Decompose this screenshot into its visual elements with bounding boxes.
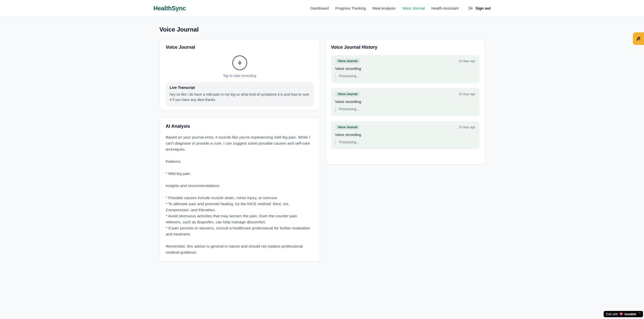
entry-timestamp: 15 days ago — [459, 92, 475, 96]
nav-item-health-assistant[interactable]: Health Assistant — [431, 6, 459, 10]
lovable-badge-brand: lovable — [625, 312, 636, 316]
entry-timestamp: 15 days ago — [459, 125, 475, 129]
page-title: Voice Journal — [159, 26, 485, 33]
brand-logo[interactable]: HealthSync — [153, 5, 186, 12]
entry-status: Processing... — [335, 106, 475, 112]
entry-status: Processing... — [335, 73, 475, 79]
lovable-close-icon[interactable]: × — [639, 311, 640, 314]
entry-label: Voice recording — [335, 132, 475, 137]
live-transcript-box: Live Transcript hey so like I do have a … — [166, 82, 314, 106]
record-button[interactable] — [232, 56, 247, 70]
ai-analysis-card: AI Analysis Based on your journal entry,… — [159, 118, 320, 262]
recorder-area: Tap to start recording — [166, 56, 314, 78]
nav-item-voice-journal[interactable]: Voice Journal — [402, 6, 425, 10]
history-entry-header: Voice Journal 15 days ago — [335, 59, 475, 64]
history-entry[interactable]: Voice Journal 15 days ago Voice recordin… — [331, 88, 479, 116]
entry-label: Voice recording — [335, 99, 475, 104]
content-columns: Voice Journal Tap to start recording — [159, 39, 485, 262]
log-out-icon — [469, 6, 473, 10]
ai-analysis-body: Based on your journal entry, it sounds l… — [166, 134, 314, 255]
extension-side-button[interactable] — [633, 32, 644, 45]
history-entry[interactable]: Voice Journal 15 days ago Voice recordin… — [331, 55, 479, 83]
recorder-card-title: Voice Journal — [166, 45, 314, 50]
sign-out-label: Sign out — [475, 6, 491, 10]
header-container: HealthSync Dashboard Progress Tracking M… — [153, 0, 491, 16]
nav-item-progress-tracking[interactable]: Progress Tracking — [335, 6, 366, 10]
lovable-badge[interactable]: Edit with lovable × — [604, 311, 643, 317]
entry-timestamp: 15 days ago — [459, 59, 475, 63]
entry-status: Processing... — [335, 139, 475, 145]
live-transcript-text: hey so like I do have a mild pain in my … — [170, 92, 310, 102]
voice-journal-card: Voice Journal Tap to start recording — [159, 39, 320, 111]
voice-journal-history-card: Voice Journal History Voice Journal 15 d… — [326, 39, 485, 165]
history-entry-header: Voice Journal 15 days ago — [335, 125, 475, 130]
record-hint: Tap to start recording — [223, 74, 256, 78]
left-column: Voice Journal Tap to start recording — [159, 39, 320, 262]
nav-item-meal-analysis[interactable]: Meal Analysis — [372, 6, 396, 10]
history-entry-header: Voice Journal 15 days ago — [335, 92, 475, 97]
entry-type-badge: Voice Journal — [335, 125, 360, 130]
lovable-badge-prefix: Edit with — [606, 312, 618, 316]
ai-analysis-title: AI Analysis — [166, 124, 314, 129]
entry-type-badge: Voice Journal — [335, 59, 360, 64]
heart-icon — [620, 312, 623, 316]
history-entry[interactable]: Voice Journal 15 days ago Voice recordin… — [331, 121, 479, 149]
header: HealthSync Dashboard Progress Tracking M… — [0, 0, 644, 17]
entry-type-badge: Voice Journal — [335, 92, 360, 97]
history-card-title: Voice Journal History — [331, 45, 479, 50]
main-nav: Dashboard Progress Tracking Meal Analysi… — [310, 6, 491, 10]
main-content: Voice Journal Voice Journal — [159, 17, 485, 262]
right-column: Voice Journal History Voice Journal 15 d… — [326, 39, 485, 165]
live-transcript-title: Live Transcript — [170, 86, 310, 90]
sign-out-button[interactable]: Sign out — [469, 6, 491, 10]
nav-item-dashboard[interactable]: Dashboard — [310, 6, 329, 10]
microphone-icon — [237, 61, 242, 65]
extension-logo-icon — [636, 36, 641, 41]
entry-label: Voice recording — [335, 66, 475, 71]
